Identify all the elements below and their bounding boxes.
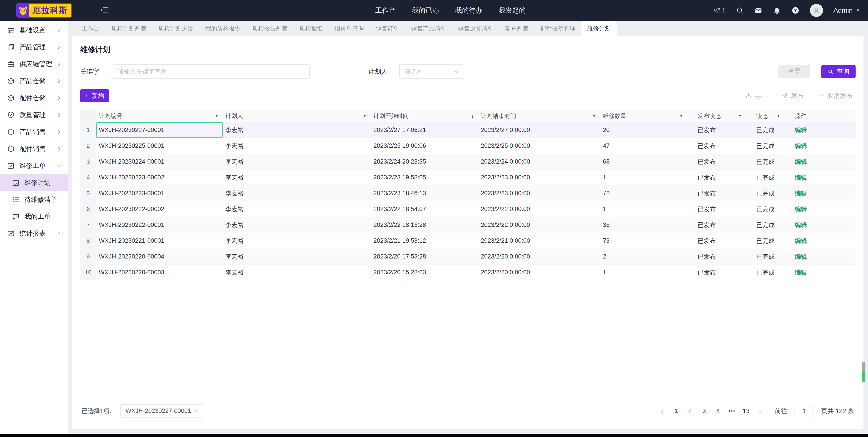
edit-link[interactable]: 编辑 [795, 158, 807, 166]
table-row[interactable]: 10WXJH-20230220-00003李宏裕2023/2/20 15:28:… [80, 264, 856, 280]
filter-caret-icon[interactable]: ▼ [679, 114, 683, 118]
help-icon[interactable]: ? [792, 6, 800, 14]
page-number-13[interactable]: 13 [741, 405, 752, 417]
cell-plan-no[interactable]: WXJH-20230221-00001 [96, 233, 223, 249]
sidebar-item-配件销售[interactable]: 配件销售 [0, 140, 68, 157]
tab-工作台[interactable]: 工作台 [76, 21, 105, 36]
search-icon[interactable] [736, 6, 744, 14]
unpublish-button[interactable]: 取消发布 [817, 92, 852, 100]
add-button[interactable]: + 新增 [80, 89, 109, 102]
close-icon[interactable]: × [195, 407, 198, 414]
edit-link[interactable]: 编辑 [795, 269, 807, 277]
publish-button[interactable]: 发布 [781, 92, 804, 100]
cell-plan-no[interactable]: WXJH-20230222-00001 [96, 217, 223, 233]
sidebar-item-配件仓储[interactable]: 配件仓储 [0, 90, 68, 106]
table-row[interactable]: 4WXJH-20230223-00002李宏裕2023/2/23 19:58:0… [80, 170, 856, 186]
table-row[interactable]: 8WXJH-20230221-00001李宏裕2023/2/21 19:53:1… [80, 233, 856, 249]
sidebar-item-维修工单[interactable]: 维修工单 [0, 157, 68, 174]
selected-chip[interactable]: WXJH-20230227-00001 × [120, 404, 204, 417]
table-row[interactable]: 5WXJH-20230223-00001李宏裕2023/2/23 18:46:1… [80, 186, 856, 201]
tab-客户列表[interactable]: 客户列表 [499, 21, 534, 36]
table-row[interactable]: 2WXJH-20230225-00001李宏裕2023/2/25 19:00:0… [80, 138, 856, 154]
page-number-3[interactable]: 3 [699, 405, 710, 417]
cell-plan-no[interactable]: WXJH-20230224-00001 [96, 154, 223, 169]
sort-desc-icon[interactable]: ↓ [471, 113, 474, 119]
tab-配件报价管理[interactable]: 配件报价管理 [534, 21, 581, 36]
sidebar-item-产品管理[interactable]: 产品管理 [0, 39, 68, 56]
tab-维修计划[interactable]: 维修计划 [581, 21, 617, 36]
top-nav-item[interactable]: 我发起的 [499, 6, 526, 15]
prev-page-icon[interactable]: ‹ [657, 405, 668, 417]
tab-质检报告列表[interactable]: 质检报告列表 [246, 21, 293, 36]
mail-icon[interactable] [754, 6, 763, 14]
next-page-icon[interactable]: › [755, 405, 766, 417]
menu-fold-icon[interactable] [99, 5, 108, 15]
table-row[interactable]: 7WXJH-20230222-00001李宏裕2023/2/22 18:13:2… [80, 217, 856, 233]
top-nav-item[interactable]: 我的待办 [455, 6, 483, 15]
column-header-计划开始时间[interactable]: 计划开始时间↓ [371, 110, 478, 122]
sidebar-item-统计报表[interactable]: 统计报表 [0, 225, 68, 242]
filter-caret-icon[interactable]: ▼ [215, 114, 219, 118]
cell-plan-no[interactable]: WXJH-20230227-00001 [96, 122, 223, 138]
sidebar-item-我的工单[interactable]: 我的工单 [0, 208, 68, 225]
edit-link[interactable]: 编辑 [795, 237, 807, 245]
sidebar-item-基础设置[interactable]: 基础设置 [0, 22, 68, 39]
user-menu[interactable]: Admin ▼ [833, 6, 860, 14]
tab-销售产品清单[interactable]: 销售产品清单 [405, 21, 452, 36]
column-header-维修数量[interactable]: 维修数量▼ [600, 110, 687, 122]
sidebar-item-产品销售[interactable]: 产品销售 [0, 123, 68, 140]
edit-link[interactable]: 编辑 [795, 253, 807, 261]
table-row[interactable]: 6WXJH-20230222-00002李宏裕2023/2/22 18:54:0… [80, 201, 856, 217]
page-number-4[interactable]: 4 [713, 405, 723, 417]
app-logo[interactable]: 厄拉科斯 [16, 3, 72, 18]
tab-质检贴纸[interactable]: 质检贴纸 [293, 21, 329, 36]
edit-link[interactable]: 编辑 [795, 174, 807, 182]
cell-plan-no[interactable]: WXJH-20230220-00004 [96, 249, 223, 264]
edit-link[interactable]: 编辑 [795, 221, 807, 229]
table-row[interactable]: 9WXJH-20230220-00004李宏裕2023/2/20 17:53:2… [80, 249, 856, 264]
column-header-操作[interactable]: 操作 [784, 110, 856, 122]
edit-link[interactable]: 编辑 [795, 205, 807, 213]
cell-plan-no[interactable]: WXJH-20230223-00002 [96, 170, 223, 185]
filter-caret-icon[interactable]: ▼ [776, 114, 780, 118]
sidebar-item-质量管理[interactable]: 质量管理 [0, 106, 68, 123]
page-scrollbar[interactable] [862, 362, 865, 382]
table-row[interactable]: 3WXJH-20230224-00001李宏裕2023/2/24 20:23:3… [80, 154, 856, 170]
filter-caret-icon[interactable]: ▼ [592, 114, 596, 118]
tab-报价单管理[interactable]: 报价单管理 [329, 21, 370, 36]
column-header-发布状态[interactable]: 发布状态▼ [687, 110, 746, 122]
page-number-2[interactable]: 2 [685, 405, 695, 417]
avatar[interactable] [810, 4, 823, 17]
column-header-计划结束时间[interactable]: 计划结束时间▼ [478, 110, 600, 122]
page-number-1[interactable]: 1 [671, 405, 682, 417]
bell-icon[interactable] [773, 6, 781, 14]
sidebar-item-维修计划[interactable]: 维修计划 [0, 174, 68, 191]
goto-page-input[interactable] [795, 405, 814, 417]
column-header-计划编号[interactable]: 计划编号▼ [96, 110, 223, 122]
edit-link[interactable]: 编辑 [795, 189, 807, 197]
tab-销售退货清单[interactable]: 销售退货清单 [452, 21, 499, 36]
tab-销售订单[interactable]: 销售订单 [370, 21, 405, 36]
cell-plan-no[interactable]: WXJH-20230225-00001 [96, 138, 223, 154]
cell-plan-no[interactable]: WXJH-20230220-00003 [96, 264, 223, 280]
tab-我的质检报告[interactable]: 我的质检报告 [199, 21, 246, 36]
column-header-计划人[interactable]: 计划人▼ [223, 110, 371, 122]
sidebar-item-产品仓储[interactable]: 产品仓储 [0, 72, 68, 90]
table-row[interactable]: 1WXJH-20230227-00001李宏裕2023/2/27 17:06:2… [80, 122, 856, 138]
top-nav-item[interactable]: 工作台 [375, 6, 396, 15]
edit-link[interactable]: 编辑 [795, 126, 807, 134]
cell-plan-no[interactable]: WXJH-20230223-00001 [96, 186, 223, 201]
column-header-状态[interactable]: 状态▼ [746, 110, 784, 122]
tab-质检计划进度[interactable]: 质检计划进度 [152, 21, 199, 36]
cell-plan-no[interactable]: WXJH-20230222-00002 [96, 201, 223, 217]
sidebar-item-供应链管理[interactable]: 供应链管理 [0, 56, 68, 72]
filter-caret-icon[interactable]: ▼ [738, 114, 742, 118]
sidebar-item-待维修清单[interactable]: 待维修清单 [0, 191, 68, 208]
export-button[interactable]: 导出 [745, 92, 767, 100]
tab-质检计划列表[interactable]: 质检计划列表 [105, 21, 152, 36]
planner-select[interactable]: 请选择 [399, 64, 464, 79]
filter-caret-icon[interactable]: ▼ [363, 114, 367, 118]
search-button[interactable]: 查询 [821, 65, 856, 78]
keyword-input[interactable] [112, 64, 310, 79]
edit-link[interactable]: 编辑 [795, 142, 807, 150]
